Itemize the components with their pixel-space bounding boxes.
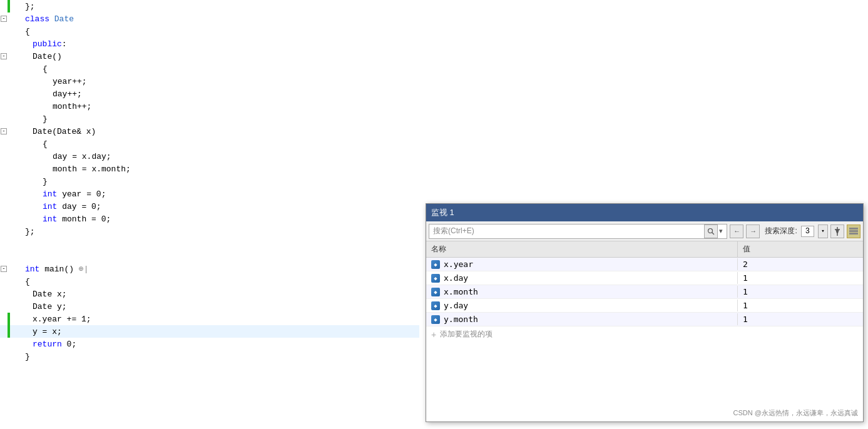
watch-var-name: x.month [444,287,478,296]
watch-var-name: y.day [444,301,468,310]
watch-var-name: x.day [444,273,468,283]
watch-add-label: 添加要监视的项 [440,329,493,340]
depth-dropdown-btn[interactable]: ▾ [818,225,828,238]
watch-var-name: y.month [444,315,478,324]
watch-toolbar: 搜索(Ctrl+E) ▾ ← → 搜索深度: 3 ▾ [426,221,863,241]
watermark: CSDN @永远热情，永远谦卑，永远真诚 [733,408,858,418]
svg-marker-4 [835,230,839,233]
watch-var-value: 2 [738,258,863,270]
code-line: { [0,63,419,75]
code-line: year++; [0,75,419,88]
code-line: }; [0,225,419,238]
search-box[interactable]: 搜索(Ctrl+E) ▾ [429,224,727,239]
code-line: month = x.month; [0,163,419,175]
nav-back-btn[interactable]: ← [730,225,743,238]
nav-forward-btn[interactable]: → [746,225,760,238]
watch-grid-header: 名称 值 [426,241,863,258]
watch-var-value: 1 [738,272,863,284]
code-line: month++; [0,100,419,113]
table-view-btn[interactable] [847,225,860,238]
code-line: day++; [0,88,419,100]
watch-row[interactable]: ◆ y.month 1 [426,313,863,326]
code-line: return 0; [0,338,419,350]
watch-var-icon: ◆ [431,260,440,269]
watch-var-icon: ◆ [431,301,440,310]
watch-titlebar: 监视 1 [426,204,863,221]
watch-var-value: 1 [738,300,863,311]
svg-rect-7 [849,233,858,235]
search-icon-btn[interactable] [704,225,718,238]
code-line: { [0,25,419,38]
depth-value: 3 [801,226,814,237]
code-line: }; [0,0,419,13]
code-line: x.year += 1; [0,313,419,325]
code-line: } [0,350,419,363]
svg-line-1 [712,232,715,235]
code-editor: }; - class Date { public: [0,0,868,429]
watch-row[interactable]: ◆ y.day 1 [426,299,863,313]
code-line: int year = 0; [0,188,419,200]
code-line: int month = 0; [0,213,419,225]
code-line [0,250,419,263]
code-line: int day = 0; [0,200,419,213]
col-name-header: 名称 [426,241,738,257]
code-line: { [0,138,419,150]
depth-label: 搜索深度: [765,226,797,236]
code-line: Date y; [0,300,419,313]
dropdown-arrow[interactable]: ▾ [719,227,723,235]
code-line: - int main() ⊕| [0,263,419,275]
svg-point-0 [708,228,713,233]
watch-title: 监视 1 [431,207,454,218]
watch-row[interactable]: ◆ x.month 1 [426,285,863,299]
collapse-btn[interactable]: - [1,128,7,134]
svg-rect-5 [849,228,858,230]
col-value-header: 值 [738,241,863,257]
code-line: Date x; [0,288,419,300]
watch-add-row[interactable]: + 添加要监视的项 [426,326,863,342]
watch-add-icon: + [431,330,436,340]
code-line: - Date(Date& x) [0,125,419,138]
code-line-active: y = x; [0,325,419,338]
code-line: public: [0,38,419,50]
pin-btn[interactable] [830,225,844,238]
search-placeholder: 搜索(Ctrl+E) [433,226,704,236]
watch-row[interactable]: ◆ x.year 2 [426,258,863,271]
watch-var-value: 1 [738,286,863,298]
collapse-btn[interactable]: - [1,53,7,59]
code-lines: }; - class Date { public: [0,0,419,429]
watch-var-name: x.year [444,260,473,269]
code-line: { [0,275,419,288]
svg-rect-6 [849,230,858,232]
watch-var-icon: ◆ [431,274,440,283]
code-line: } [0,113,419,125]
code-line: - Date() [0,50,419,63]
watch-rows-container: ◆ x.year 2 ◆ x.day 1 ◆ x.month 1 ◆ y.day… [426,258,863,326]
watch-row[interactable]: ◆ x.day 1 [426,271,863,285]
collapse-btn[interactable]: - [1,266,7,272]
watch-var-icon: ◆ [431,315,440,324]
watch-grid: 名称 值 ◆ x.year 2 ◆ x.day 1 ◆ x.month 1 [426,241,863,421]
watch-panel: 监视 1 搜索(Ctrl+E) ▾ ← → 搜索深度: 3 ▾ [426,203,864,422]
watch-var-icon: ◆ [431,288,440,296]
code-line: - class Date [0,13,419,25]
collapse-btn[interactable]: - [1,16,7,22]
code-line: day = x.day; [0,150,419,163]
watch-var-value: 1 [738,313,863,325]
code-line [0,238,419,250]
code-line: } [0,175,419,188]
